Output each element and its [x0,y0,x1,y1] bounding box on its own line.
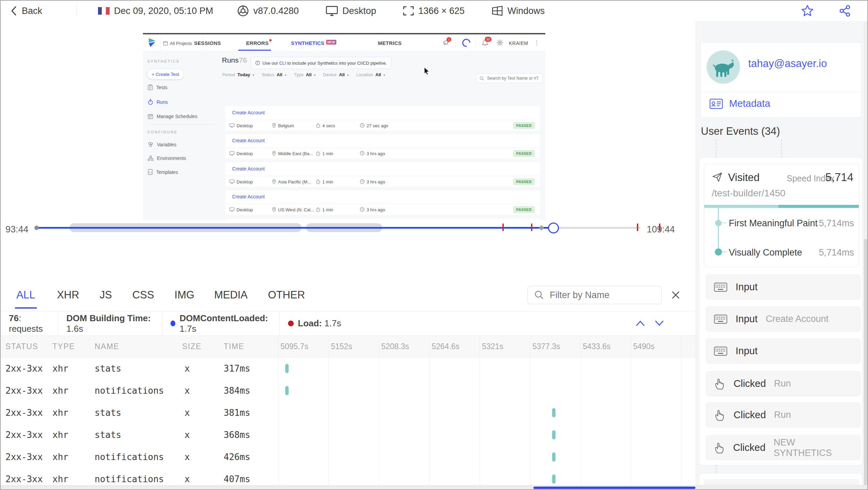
divider [476,38,476,47]
close-panel-icon[interactable] [670,289,681,301]
sidebar-item-environments[interactable]: Environments [148,156,186,161]
app-search-box[interactable] [476,74,543,83]
run-meta: Desktop Middle East (Ba... 1 min 3 hrs a… [225,148,540,159]
run-location: Middle East (Ba... [272,151,313,156]
hand-pointer-icon [714,377,725,390]
tab-other[interactable]: OTHER [268,289,305,301]
announcements-icon[interactable]: 1 [443,39,450,46]
filter-device[interactable]: DeviceAll▾ [323,72,349,77]
filter-location[interactable]: LocationAll▾ [356,72,385,77]
user-menu[interactable]: KRAIEM [509,40,528,46]
run-name-link[interactable]: Create Account [232,194,265,199]
app-search-input[interactable] [486,76,539,81]
horizontal-scrollbar-thumb[interactable] [533,487,695,489]
filter-status[interactable]: StatusAll▾ [262,72,287,77]
tab-sessions[interactable]: SESSIONS [194,40,221,46]
pin-icon [272,123,276,128]
visited-event-card[interactable]: Visited Speed Index 5,714 /test-builder/… [704,164,859,267]
sidebar-scrollbar-track[interactable] [864,21,867,485]
speed-index-value: 5,714 [825,171,853,184]
request-row[interactable]: 2xx-3xxxhrstatsx317ms [1,357,696,379]
run-card[interactable]: Create Account Desktop US West (N. Cal..… [225,190,540,215]
run-ago: 3 hrs ago [360,151,385,156]
user-email[interactable]: tahay@asayer.io [748,58,827,70]
tab-metrics[interactable]: METRICS [378,40,402,46]
playhead-handle[interactable] [548,223,559,233]
notifications-bell-icon[interactable]: 33 [482,39,488,46]
tab-errors[interactable]: ERRORS [246,40,269,46]
tab-js[interactable]: JS [100,289,112,301]
event-card-clicked[interactable]: ClickedNEW SYNTHETICS [706,435,861,460]
status-badge: PASSED [513,122,535,129]
run-card[interactable]: Create Account Desktop Belgium 4 secs 27… [225,106,540,131]
avatar [707,50,740,84]
filter-type[interactable]: TypeAll▾ [294,72,316,77]
error-marker[interactable] [637,224,638,231]
filter-input[interactable] [549,290,653,301]
playback-timeline[interactable]: 93:44 109:44 [1,220,696,239]
create-test-button[interactable]: + Create Test [147,69,183,79]
event-marker-diamond [539,225,544,231]
event-card-clicked[interactable]: ClickedRun [706,371,861,396]
hand-pointer-icon [714,409,725,422]
tab-media[interactable]: MEDIA [214,289,247,301]
request-row[interactable]: 2xx-3xxxhrnotificationsx407ms [1,468,696,485]
run-name-link[interactable]: Create Account [232,138,265,143]
network-panel: ALL XHR JS CSS IMG MEDIA OTHER 76: reque… [1,279,696,485]
request-row[interactable]: 2xx-3xxxhrstatsx368ms [1,424,696,446]
run-name-link[interactable]: Create Account [232,166,265,172]
sidebar-item-templates[interactable]: Templates [148,169,178,175]
event-card-input[interactable]: Input [706,275,861,299]
sidebar-item-runs[interactable]: Runs [148,99,168,105]
run-meta: Desktop Belgium 4 secs 27 sec ago PASSED [225,120,540,131]
back-button[interactable]: Back [10,5,42,17]
metadata-button[interactable]: Metadata [709,98,770,109]
current-time: 93:44 [5,224,29,235]
request-row[interactable]: 2xx-3xxxhrnotificationsx426ms [1,446,696,468]
asayer-logo-icon [147,37,157,48]
tab-xhr[interactable]: XHR [57,289,79,301]
resolution-value: 1366 × 625 [418,6,465,16]
jump-next-icon[interactable] [654,319,665,328]
error-marker[interactable] [659,224,660,231]
favorite-star-icon[interactable] [801,4,814,18]
event-card-input[interactable]: InputCreate Account [706,307,861,331]
template-file-icon [148,169,153,175]
filter-box[interactable] [528,286,662,304]
event-card-input[interactable]: Input [706,339,861,363]
jump-prev-icon[interactable] [634,319,646,328]
error-marker[interactable] [502,224,504,231]
filter-period[interactable]: PeriodToday▾ [222,72,254,77]
request-row[interactable]: 2xx-3xxxhrnotificationsx384ms [1,379,696,402]
tab-css[interactable]: CSS [132,289,154,301]
sidebar-scrollbar-thumb[interactable] [864,239,867,485]
error-marker[interactable] [531,224,532,231]
tab-all[interactable]: ALL [16,289,35,301]
run-card[interactable]: Create Account Desktop Middle East (Ba..… [225,134,540,159]
replay-viewport[interactable]: All Projects ▾ SESSIONS ERRORS SYNTHETIC… [1,21,696,220]
app-body: SYNTHETICS + Create Test Tests Runs Mana… [143,51,545,220]
announcements-badge: 1 [447,37,451,42]
event-card-clicked[interactable]: ClickedRun [706,403,861,427]
runs-title: Runs [222,56,239,64]
metric-rail [718,208,719,252]
tab-img[interactable]: IMG [175,289,195,301]
run-card[interactable]: Create Account Desktop Asia Pacific (M..… [225,162,540,187]
device-info: Desktop [325,5,376,17]
cli-link[interactable]: CLI [279,61,286,66]
tab-synthetics[interactable]: SYNTHETICSNEW [291,40,337,46]
share-icon[interactable] [838,4,852,18]
monitor-icon [229,123,235,128]
gear-icon[interactable] [496,39,503,46]
user-events-title: User Events (34) [701,125,780,137]
run-name-link[interactable]: Create Account [232,110,265,115]
sidebar-item-variables[interactable]: Variables [148,142,176,147]
top-bar: Back Dec 09, 2020, 05:10 PM v87.0.4280 [1,1,867,21]
kebab-menu-icon[interactable]: ⋮ [534,39,540,46]
sidebar-item-tests[interactable]: Tests [148,84,167,90]
horizontal-scrollbar[interactable] [1,485,867,490]
run-device: Desktop [229,151,253,156]
sidebar-item-manage-schedules[interactable]: Manage Schedules [148,114,197,119]
request-row[interactable]: 2xx-3xxxhrstatsx381ms [1,402,696,424]
france-flag-icon [98,7,110,15]
